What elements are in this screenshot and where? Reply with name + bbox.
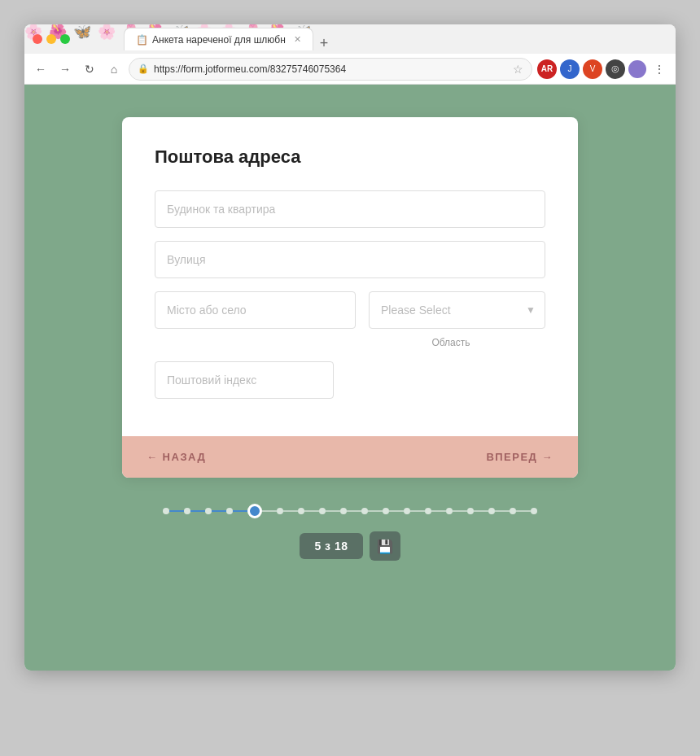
- dot-connector-6: [283, 510, 298, 512]
- url-text: https://form.jotformeu.com/8327574607536…: [154, 63, 346, 75]
- dot-connector-3: [212, 510, 226, 512]
- dot-connector-7: [304, 510, 319, 512]
- progress-dot-8[interactable]: [340, 508, 347, 514]
- region-select-wrapper: Please Select ▼: [369, 291, 545, 329]
- back-nav-button[interactable]: ←: [31, 59, 50, 79]
- dot-connector-9: [347, 510, 361, 512]
- tab-favicon: 📋: [136, 34, 147, 46]
- extension-3[interactable]: ◎: [606, 59, 625, 79]
- extension-1[interactable]: J: [560, 59, 580, 79]
- progress-dot-12[interactable]: [425, 508, 431, 514]
- dot-connector-11: [389, 510, 404, 512]
- progress-dot-6[interactable]: [298, 508, 304, 514]
- progress-dot-5[interactable]: [277, 508, 283, 514]
- city-input[interactable]: [155, 291, 356, 329]
- address-line2-input[interactable]: [155, 241, 545, 278]
- forward-button[interactable]: ВПЕРЕД →: [486, 451, 553, 463]
- dot-connector-14: [453, 510, 467, 512]
- dot-connector-5: [262, 510, 277, 512]
- active-tab[interactable]: 📋 Анкета нареченої для шлюбн ✕: [124, 28, 313, 50]
- toolbar-extensions: AR J V ◎ ⋮: [537, 59, 669, 79]
- progress-dot-7[interactable]: [319, 508, 326, 514]
- page-counter-row: 5 з 18 💾: [300, 531, 400, 561]
- tab-close-icon[interactable]: ✕: [294, 34, 301, 45]
- save-icon: 💾: [377, 539, 393, 554]
- progress-dot-11[interactable]: [404, 508, 410, 514]
- region-select[interactable]: Please Select: [369, 291, 545, 329]
- progress-dot-16[interactable]: [510, 508, 516, 514]
- home-button[interactable]: ⌂: [104, 59, 124, 79]
- address-bar[interactable]: 🔒 https://form.jotformeu.com/83275746075…: [129, 58, 532, 81]
- progress-dot-0[interactable]: [163, 508, 169, 514]
- bookmark-icon[interactable]: ☆: [513, 63, 523, 76]
- progress-dots: [163, 504, 537, 518]
- progress-dot-17[interactable]: [531, 508, 537, 514]
- page-counter: 5 з 18: [300, 533, 362, 559]
- page-content: Поштова адреса Please Select: [24, 85, 676, 671]
- browser-toolbar: ← → ↻ ⌂ 🔒 https://form.jotformeu.com/832…: [24, 54, 676, 85]
- progress-dot-9[interactable]: [361, 508, 368, 514]
- tab-title: Анкета нареченої для шлюбн: [152, 34, 286, 46]
- region-field-label: Область: [357, 337, 545, 348]
- progress-dot-14[interactable]: [467, 508, 474, 514]
- lock-icon: 🔒: [138, 63, 149, 74]
- zip-input[interactable]: [155, 361, 334, 399]
- new-tab-button[interactable]: +: [313, 36, 335, 50]
- dot-connector-16: [495, 510, 510, 512]
- dot-connector-1: [169, 510, 184, 512]
- tab-bar: 📋 Анкета нареченої для шлюбн ✕ +: [75, 28, 667, 50]
- progress-dot-1[interactable]: [184, 508, 190, 514]
- progress-dot-3[interactable]: [226, 508, 233, 514]
- progress-dot-4[interactable]: [247, 504, 262, 518]
- extension-2[interactable]: V: [583, 59, 602, 79]
- address-line1-field: [155, 190, 545, 228]
- dot-connector-13: [431, 510, 446, 512]
- maximize-button[interactable]: [60, 34, 70, 44]
- extension-arp[interactable]: AR: [537, 59, 557, 79]
- progress-dot-10[interactable]: [383, 508, 389, 514]
- save-button[interactable]: 💾: [370, 531, 400, 561]
- dot-connector-2: [190, 510, 205, 512]
- dot-connector-17: [516, 510, 531, 512]
- progress-dot-15[interactable]: [488, 508, 495, 514]
- traffic-lights: [33, 34, 70, 44]
- dot-connector-10: [368, 510, 383, 512]
- browser-window: 📋 Анкета нареченої для шлюбн ✕ + ← → ↻ ⌂…: [24, 24, 676, 671]
- refresh-button[interactable]: ↻: [80, 59, 99, 79]
- form-body: Поштова адреса Please Select: [122, 117, 578, 436]
- dot-connector-8: [326, 510, 340, 512]
- form-footer: ← НАЗАД ВПЕРЕД →: [122, 436, 578, 478]
- dot-connector-4: [233, 510, 247, 512]
- dot-connector-12: [410, 510, 425, 512]
- close-button[interactable]: [33, 34, 42, 44]
- dot-connector-15: [474, 510, 488, 512]
- progress-dot-2[interactable]: [205, 508, 212, 514]
- back-button[interactable]: ← НАЗАД: [147, 451, 206, 463]
- minimize-button[interactable]: [46, 34, 56, 44]
- progress-container: [73, 504, 627, 518]
- city-region-row: Please Select ▼: [155, 291, 545, 329]
- progress-dot-13[interactable]: [446, 508, 453, 514]
- address-line2-field: [155, 241, 545, 278]
- form-title: Поштова адреса: [155, 146, 545, 168]
- user-avatar[interactable]: [628, 60, 646, 78]
- form-card: Поштова адреса Please Select: [122, 117, 578, 478]
- address-line1-input[interactable]: [155, 190, 545, 228]
- browser-titlebar: 📋 Анкета нареченої для шлюбн ✕ +: [24, 24, 676, 54]
- menu-button[interactable]: ⋮: [650, 59, 669, 79]
- forward-nav-button[interactable]: →: [55, 59, 75, 79]
- zip-field: [155, 361, 545, 399]
